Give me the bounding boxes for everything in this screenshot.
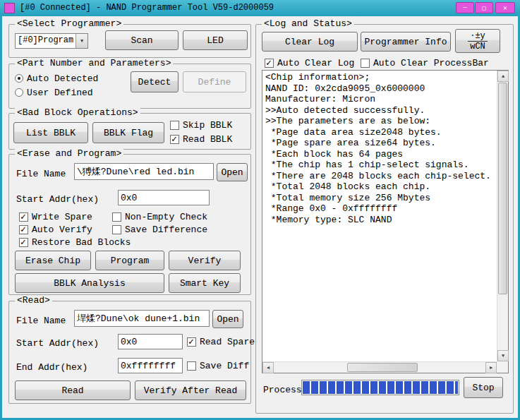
scroll-down-icon[interactable]: ▼ xyxy=(497,350,509,361)
start-addr-label: Start Addr(hex) xyxy=(16,194,99,205)
checkbox-label: Save Difference xyxy=(125,224,207,235)
checkbox-save-difference[interactable]: Save Difference xyxy=(112,224,207,235)
checkbox-label: Write Spare xyxy=(32,212,92,222)
scroll-left-icon[interactable]: ◄ xyxy=(262,362,274,373)
language-toggle-button[interactable]: ·±y wCN xyxy=(455,29,500,53)
maximize-button[interactable]: ▢ xyxy=(475,2,493,13)
checkbox-icon xyxy=(361,59,370,68)
program-button[interactable]: Program xyxy=(95,251,164,270)
checkbox-auto-verify[interactable]: Auto Verify xyxy=(19,224,92,235)
scroll-up-icon[interactable]: ▲ xyxy=(497,71,509,82)
log-output: <Chip information>; NAND ID: 0x2cda9095_… xyxy=(262,71,496,361)
programmer-select[interactable]: [#0]Program ▼ xyxy=(15,33,88,49)
led-button[interactable]: LED xyxy=(183,30,248,50)
process-label: Process xyxy=(263,385,302,395)
start-addr-input[interactable] xyxy=(118,190,210,205)
group-log-status: <Log and Status> Clear Log Programmer In… xyxy=(255,24,514,414)
radio-label: Auto Detected xyxy=(27,73,98,84)
checkbox-icon xyxy=(187,361,196,371)
checkbox-icon xyxy=(265,59,274,68)
group-part-number: <Part Number and Parameters> Auto Detect… xyxy=(8,64,251,109)
radio-auto-detected[interactable]: Auto Detected xyxy=(15,73,98,84)
checkbox-write-spare[interactable]: Write Spare xyxy=(19,211,92,222)
minimize-button[interactable]: — xyxy=(456,2,474,13)
read-file-name-input[interactable] xyxy=(74,310,210,327)
checkbox-label: Auto Clear Log xyxy=(277,58,354,68)
erase-chip-button[interactable]: Erase Chip xyxy=(15,251,91,270)
scroll-right-icon[interactable]: ► xyxy=(485,362,497,373)
programmer-info-button[interactable]: Programmer Info xyxy=(361,32,451,52)
end-addr-label: End Addr(hex) xyxy=(16,362,87,373)
programmer-select-value: [#0]Program xyxy=(16,34,75,48)
checkbox-label: Restore Bad Blocks xyxy=(32,237,131,248)
group-legend: <Bad Block Operations> xyxy=(15,107,140,119)
checkbox-skip-bblk[interactable]: Skip BBLK xyxy=(170,119,232,131)
horizontal-scrollbar[interactable]: ◄ ► xyxy=(262,361,497,373)
vertical-scrollbar-thumb[interactable] xyxy=(498,83,507,294)
app-icon xyxy=(4,3,15,13)
checkbox-auto-clear-processbar[interactable]: Auto Clear ProcessBar xyxy=(361,57,489,68)
checkbox-auto-clear-log[interactable]: Auto Clear Log xyxy=(265,57,354,68)
checkbox-icon xyxy=(19,225,28,234)
checkbox-icon xyxy=(170,135,179,144)
checkbox-icon xyxy=(112,225,121,234)
checkbox-icon xyxy=(112,212,121,222)
file-name-label: File Name xyxy=(16,169,66,179)
radio-icon xyxy=(15,74,23,83)
open-button[interactable]: Open xyxy=(217,163,248,181)
verify-button[interactable]: Verify xyxy=(169,251,241,270)
vertical-scrollbar[interactable]: ▲ ▼ xyxy=(497,71,508,361)
checkbox-label: Auto Verify xyxy=(32,224,92,235)
window-title: [#0 Connected] - NAND Programmer Tool V5… xyxy=(20,3,274,13)
bblk-flag-button[interactable]: BBLK Flag xyxy=(92,122,164,143)
group-select-programmer: <Select Programmer> [#0]Program ▼ Scan L… xyxy=(8,24,251,58)
list-bblk-button[interactable]: List BBLK xyxy=(13,122,88,143)
radio-icon xyxy=(15,88,23,97)
app-window: [#0 Connected] - NAND Programmer Tool V5… xyxy=(0,0,520,420)
progress-bar xyxy=(301,380,459,395)
group-legend: <Part Number and Parameters> xyxy=(15,58,173,69)
end-addr-input[interactable] xyxy=(118,358,183,373)
close-button[interactable]: ✕ xyxy=(495,2,515,13)
checkbox-icon xyxy=(19,238,28,247)
radio-user-defined[interactable]: User Defined xyxy=(15,87,93,98)
checkbox-icon xyxy=(19,212,28,222)
language-toggle-bottom: wCN xyxy=(470,42,485,52)
checkbox-icon xyxy=(187,337,196,347)
read-button[interactable]: Read xyxy=(15,380,131,400)
read-start-addr-label: Start Addr(hex) xyxy=(16,338,99,349)
checkbox-save-diff[interactable]: Save Diff xyxy=(187,360,249,371)
verify-after-read-button[interactable]: Verify After Read xyxy=(135,380,246,400)
checkbox-restore-bad-blocks[interactable]: Restore Bad Blocks xyxy=(19,236,131,248)
titlebar: [#0 Connected] - NAND Programmer Tool V5… xyxy=(0,0,520,16)
chevron-down-icon[interactable]: ▼ xyxy=(75,34,87,48)
smart-key-button[interactable]: Smart Key xyxy=(169,273,241,293)
checkbox-non-empty-check[interactable]: Non-Empty Check xyxy=(112,211,207,222)
checkbox-label: Save Diff xyxy=(200,361,249,371)
checkbox-label: Auto Clear ProcessBar xyxy=(373,58,489,68)
group-legend: <Select Programmer> xyxy=(15,18,123,30)
language-toggle-top: ·±y xyxy=(468,31,488,42)
read-open-button[interactable]: Open xyxy=(212,310,243,328)
detect-button[interactable]: Detect xyxy=(131,71,179,92)
checkbox-label: Read Spare xyxy=(200,337,255,347)
bblk-analysis-button[interactable]: BBLK Analysis xyxy=(15,273,164,293)
checkbox-read-bblk[interactable]: Read BBLK xyxy=(170,133,232,145)
checkbox-read-spare[interactable]: Read Spare xyxy=(187,336,255,347)
group-legend: <Log and Status> xyxy=(262,18,354,30)
group-read: <Read> File Name Open Start Addr(hex) Re… xyxy=(8,301,251,404)
checkbox-label: Read BBLK xyxy=(183,134,232,145)
file-name-input[interactable] xyxy=(74,163,214,180)
define-button: Define xyxy=(183,71,246,92)
group-erase-program: <Erase and Program> File Name Open Start… xyxy=(8,154,251,295)
progress-bar-fill xyxy=(303,381,458,394)
scrollbar-corner xyxy=(497,361,508,373)
checkbox-icon xyxy=(170,121,179,130)
group-legend: <Erase and Program> xyxy=(15,148,123,160)
clear-log-button[interactable]: Clear Log xyxy=(262,32,358,52)
group-bad-block: <Bad Block Operations> List BBLK BBLK Fl… xyxy=(8,113,251,150)
scan-button[interactable]: Scan xyxy=(105,30,179,50)
horizontal-scrollbar-thumb[interactable] xyxy=(347,363,418,372)
stop-button[interactable]: Stop xyxy=(464,377,503,398)
read-start-addr-input[interactable] xyxy=(118,334,183,349)
